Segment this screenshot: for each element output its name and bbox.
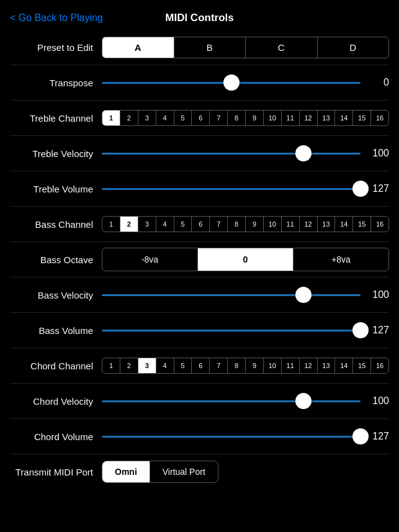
treble-velocity-value: 100 [367, 148, 389, 159]
channel-btn-16[interactable]: 16 [371, 217, 388, 232]
treble-velocity-thumb[interactable] [295, 145, 312, 161]
chord-velocity-control: 100 [102, 392, 389, 410]
channel-btn-2[interactable]: 2 [120, 110, 138, 125]
channel-btn-4[interactable]: 4 [156, 358, 174, 373]
channel-btn-7[interactable]: 7 [210, 358, 228, 373]
chord-channel-label: Chord Channel [10, 361, 102, 371]
channel-btn-1[interactable]: 1 [102, 110, 120, 125]
channel-btn-3[interactable]: 3 [138, 110, 156, 125]
bass-channel-group: 12345678910111213141516 [102, 216, 389, 232]
bass-volume-slider[interactable] [102, 321, 361, 340]
preset-btn-b[interactable]: B [174, 37, 246, 58]
channel-btn-10[interactable]: 10 [264, 217, 282, 232]
treble-velocity-slider[interactable] [102, 144, 361, 163]
channel-btn-10[interactable]: 10 [264, 358, 282, 373]
channel-btn-15[interactable]: 15 [353, 110, 371, 125]
channel-btn-14[interactable]: 14 [335, 217, 353, 232]
channel-btn-5[interactable]: 5 [174, 110, 192, 125]
channel-btn-12[interactable]: 12 [300, 358, 318, 373]
chord-channel-control: 12345678910111213141516 [102, 358, 389, 374]
bass-velocity-slider[interactable] [102, 286, 361, 304]
channel-btn-13[interactable]: 13 [318, 110, 336, 125]
octave-btn-0[interactable]: 0 [198, 248, 294, 271]
channel-btn-14[interactable]: 14 [335, 110, 353, 125]
channel-btn-11[interactable]: 11 [282, 358, 300, 373]
channel-btn-6[interactable]: 6 [192, 217, 210, 232]
bass-octave-control: -8va0+8va [102, 248, 389, 271]
transpose-control: 0 [102, 73, 389, 92]
channel-btn-15[interactable]: 15 [353, 358, 371, 373]
octave-btn-8va[interactable]: -8va [102, 248, 198, 271]
treble-channel-control: 12345678910111213141516 [102, 110, 389, 126]
channel-btn-6[interactable]: 6 [192, 110, 210, 125]
preset-btn-a[interactable]: A [102, 37, 174, 58]
channel-btn-5[interactable]: 5 [174, 358, 192, 373]
channel-btn-10[interactable]: 10 [264, 110, 282, 125]
channel-btn-1[interactable]: 1 [102, 358, 120, 373]
bass-channel-control: 12345678910111213141516 [102, 216, 389, 232]
treble-volume-thumb[interactable] [352, 181, 369, 197]
transpose-value: 0 [367, 77, 389, 88]
channel-btn-8[interactable]: 8 [228, 358, 246, 373]
channel-btn-2[interactable]: 2 [120, 217, 138, 232]
treble-volume-label: Treble Volume [10, 184, 102, 194]
preset-label: Preset to Edit [10, 42, 102, 53]
chord-velocity-slider[interactable] [102, 392, 361, 410]
treble-volume-slider[interactable] [102, 179, 361, 198]
channel-btn-2[interactable]: 2 [120, 358, 138, 373]
chord-volume-value: 127 [367, 431, 389, 442]
treble-velocity-track [102, 153, 361, 155]
bass-volume-thumb[interactable] [352, 322, 369, 338]
bass-volume-track [102, 330, 361, 331]
bass-velocity-thumb[interactable] [295, 287, 312, 303]
bass-volume-row: Bass Volume 127 [10, 314, 389, 346]
channel-btn-11[interactable]: 11 [282, 110, 300, 125]
chord-volume-slider[interactable] [102, 427, 361, 446]
bass-octave-label: Bass Octave [10, 255, 102, 265]
transpose-thumb[interactable] [223, 74, 240, 91]
preset-row: Preset to Edit ABCD [10, 31, 389, 63]
treble-channel-label: Treble Channel [10, 113, 102, 124]
transpose-slider[interactable] [102, 73, 361, 92]
channel-btn-16[interactable]: 16 [371, 110, 388, 125]
channel-btn-6[interactable]: 6 [192, 358, 210, 373]
channel-btn-12[interactable]: 12 [300, 110, 318, 125]
midi-port-btn-omni[interactable]: Omni [102, 461, 150, 482]
chord-volume-thumb[interactable] [352, 428, 369, 444]
channel-btn-16[interactable]: 16 [371, 358, 388, 373]
transpose-track [102, 82, 361, 84]
channel-btn-9[interactable]: 9 [246, 358, 264, 373]
chord-velocity-thumb[interactable] [295, 393, 312, 409]
channel-btn-4[interactable]: 4 [156, 217, 174, 232]
channel-btn-8[interactable]: 8 [228, 110, 246, 125]
bass-velocity-label: Bass Velocity [10, 290, 102, 300]
channel-btn-15[interactable]: 15 [353, 217, 371, 232]
channel-btn-5[interactable]: 5 [174, 217, 192, 232]
bass-octave-group: -8va0+8va [102, 248, 389, 271]
channel-btn-7[interactable]: 7 [210, 110, 228, 125]
channel-btn-7[interactable]: 7 [210, 217, 228, 232]
channel-btn-9[interactable]: 9 [246, 110, 264, 125]
treble-channel-group: 12345678910111213141516 [102, 110, 389, 126]
midi-port-btn-virtual-port[interactable]: Virtual Port [150, 461, 218, 482]
channel-btn-13[interactable]: 13 [318, 217, 336, 232]
octave-btn-8va[interactable]: +8va [294, 248, 388, 271]
chord-volume-row: Chord Volume 127 [10, 420, 389, 453]
channel-btn-9[interactable]: 9 [246, 217, 264, 232]
channel-btn-3[interactable]: 3 [138, 217, 156, 232]
treble-velocity-row: Treble Velocity 100 [10, 137, 389, 169]
back-button[interactable]: < Go Back to Playing [10, 10, 103, 26]
channel-btn-13[interactable]: 13 [318, 358, 336, 373]
preset-btn-d[interactable]: D [318, 37, 389, 58]
channel-btn-1[interactable]: 1 [102, 217, 120, 232]
preset-btn-c[interactable]: C [246, 37, 318, 58]
channel-btn-8[interactable]: 8 [228, 217, 246, 232]
page-title: MIDI Controls [165, 12, 234, 24]
chord-volume-track [102, 436, 361, 438]
channel-btn-3[interactable]: 3 [138, 358, 156, 373]
channel-btn-14[interactable]: 14 [335, 358, 353, 373]
chord-velocity-value: 100 [367, 395, 389, 407]
channel-btn-11[interactable]: 11 [282, 217, 300, 232]
channel-btn-12[interactable]: 12 [300, 217, 318, 232]
channel-btn-4[interactable]: 4 [156, 110, 174, 125]
